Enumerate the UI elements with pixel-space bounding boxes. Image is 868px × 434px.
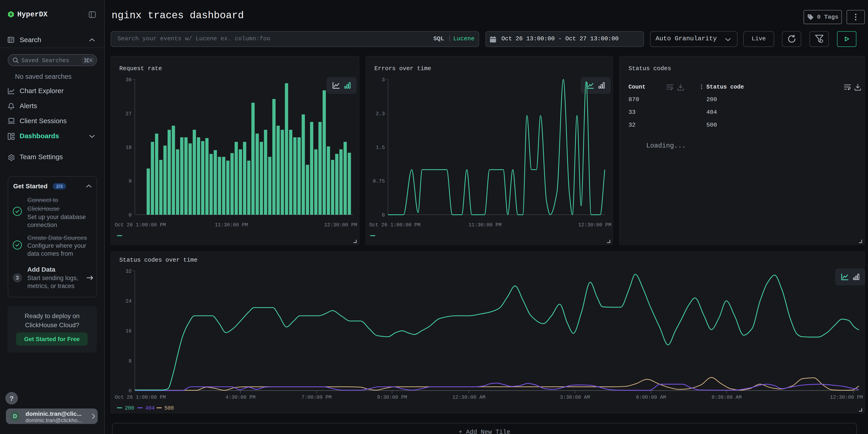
svg-text:Oct 26 1:00:00 PM: Oct 26 1:00:00 PM	[369, 222, 420, 228]
svg-text:500: 500	[164, 405, 174, 411]
svg-text:32: 32	[126, 269, 132, 274]
svg-text:Oct 26 1:00:00 PM: Oct 26 1:00:00 PM	[115, 395, 166, 400]
svg-text:7:00:00 PM: 7:00:00 PM	[302, 395, 332, 400]
svg-text:8: 8	[129, 359, 132, 364]
svg-text:3: 3	[382, 77, 385, 83]
svg-text:12:30:00 AM: 12:30:00 AM	[452, 395, 485, 400]
svg-text:0: 0	[129, 212, 132, 218]
svg-text:16: 16	[126, 328, 132, 334]
svg-text:404: 404	[145, 405, 155, 411]
svg-text:4:30:00 PM: 4:30:00 PM	[225, 395, 255, 400]
svg-text:24: 24	[126, 299, 132, 304]
svg-text:12:30:00 PM: 12:30:00 PM	[578, 222, 611, 228]
svg-text:200: 200	[125, 405, 134, 411]
svg-text:3:30:00 AM: 3:30:00 AM	[560, 395, 590, 400]
svg-text:2.3: 2.3	[376, 111, 385, 117]
svg-text:18: 18	[126, 145, 132, 151]
svg-text:8:30:00 AM: 8:30:00 AM	[712, 395, 742, 400]
svg-text:0.75: 0.75	[373, 179, 385, 184]
svg-text:0: 0	[382, 212, 385, 218]
svg-text:9: 9	[129, 179, 132, 184]
svg-text:11:30:00 PM: 11:30:00 PM	[215, 222, 248, 228]
svg-text:11:30:00 PM: 11:30:00 PM	[468, 222, 501, 228]
svg-text:0: 0	[129, 388, 132, 394]
svg-text:1.5: 1.5	[376, 145, 385, 151]
svg-text:36: 36	[126, 77, 132, 83]
svg-text:6:00:00 AM: 6:00:00 AM	[636, 395, 666, 400]
svg-text:9:30:00 PM: 9:30:00 PM	[377, 395, 407, 400]
svg-text:12:30:00 PM: 12:30:00 PM	[324, 222, 357, 228]
svg-text:Oct 26 1:00:00 PM: Oct 26 1:00:00 PM	[115, 222, 166, 228]
svg-text:27: 27	[126, 111, 132, 117]
svg-text:12:30:00 PM: 12:30:00 PM	[830, 395, 863, 400]
